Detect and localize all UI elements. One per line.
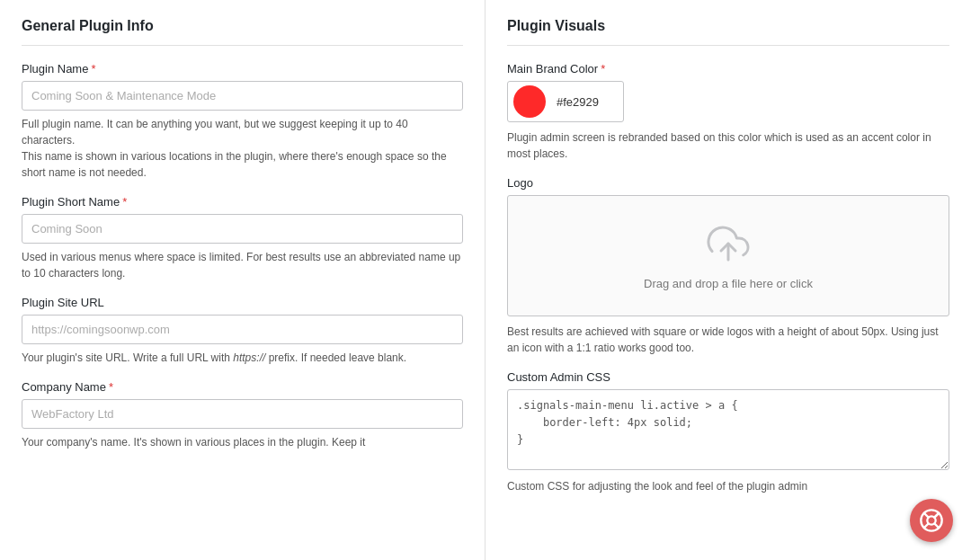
custom-css-textarea[interactable]: .signals-main-menu li.active > a { borde… — [507, 389, 949, 470]
plugin-name-input[interactable] — [22, 81, 463, 111]
main-layout: General Plugin Info Plugin Name * Full p… — [0, 0, 971, 560]
required-star: * — [91, 62, 95, 76]
logo-group: Logo Drag and drop a file here or click … — [507, 176, 949, 356]
left-section-title: General Plugin Info — [22, 18, 463, 46]
svg-line-3 — [924, 513, 929, 518]
left-panel: General Plugin Info Plugin Name * Full p… — [0, 0, 486, 560]
company-name-group: Company Name * Your company's name. It's… — [22, 380, 463, 450]
company-name-input[interactable] — [22, 399, 463, 429]
logo-upload-area[interactable]: Drag and drop a file here or click — [507, 195, 949, 316]
plugin-site-url-input[interactable] — [22, 315, 463, 344]
custom-css-desc: Custom CSS for adjusting the look and fe… — [507, 478, 949, 494]
required-star-4: * — [601, 62, 605, 76]
color-picker-row[interactable] — [507, 81, 624, 122]
plugin-name-desc: Full plugin name. It can be anything you… — [22, 116, 463, 181]
plugin-short-name-group: Plugin Short Name * Used in various menu… — [22, 195, 463, 281]
company-name-label: Company Name * — [22, 380, 463, 394]
plugin-site-url-label: Plugin Site URL — [22, 296, 463, 309]
svg-line-6 — [934, 514, 938, 518]
brand-color-label: Main Brand Color * — [507, 62, 949, 76]
required-star-2: * — [122, 195, 127, 209]
right-section-title: Plugin Visuals — [507, 18, 949, 46]
upload-icon — [707, 222, 750, 268]
custom-css-label: Custom Admin CSS — [507, 370, 949, 384]
plugin-site-url-group: Plugin Site URL Your plugin's site URL. … — [22, 296, 463, 366]
plugin-name-group: Plugin Name * Full plugin name. It can b… — [22, 62, 463, 181]
logo-label: Logo — [507, 176, 949, 190]
company-name-desc: Your company's name. It's shown in vario… — [22, 434, 463, 450]
color-swatch[interactable] — [513, 85, 546, 118]
brand-color-section: Main Brand Color * Plugin admin screen i… — [507, 62, 949, 162]
plugin-short-name-label: Plugin Short Name * — [22, 195, 463, 209]
plugin-site-url-desc: Your plugin's site URL. Write a full URL… — [22, 350, 463, 366]
brand-color-desc: Plugin admin screen is rebranded based o… — [507, 129, 949, 162]
right-panel: Plugin Visuals Main Brand Color * Plugin… — [486, 0, 971, 560]
required-star-3: * — [109, 380, 113, 394]
upload-text: Drag and drop a file here or click — [644, 277, 813, 290]
plugin-short-name-desc: Used in various menus where space is lim… — [22, 249, 463, 281]
plugin-short-name-input[interactable] — [22, 214, 463, 244]
plugin-name-label: Plugin Name * — [22, 62, 463, 76]
help-icon — [919, 508, 944, 533]
custom-css-group: Custom Admin CSS .signals-main-menu li.a… — [507, 370, 949, 494]
help-button[interactable] — [910, 499, 953, 542]
logo-desc: Best results are achieved with square or… — [507, 324, 949, 356]
svg-line-7 — [924, 523, 929, 528]
color-hex-input[interactable] — [551, 90, 623, 114]
svg-line-4 — [934, 523, 939, 528]
